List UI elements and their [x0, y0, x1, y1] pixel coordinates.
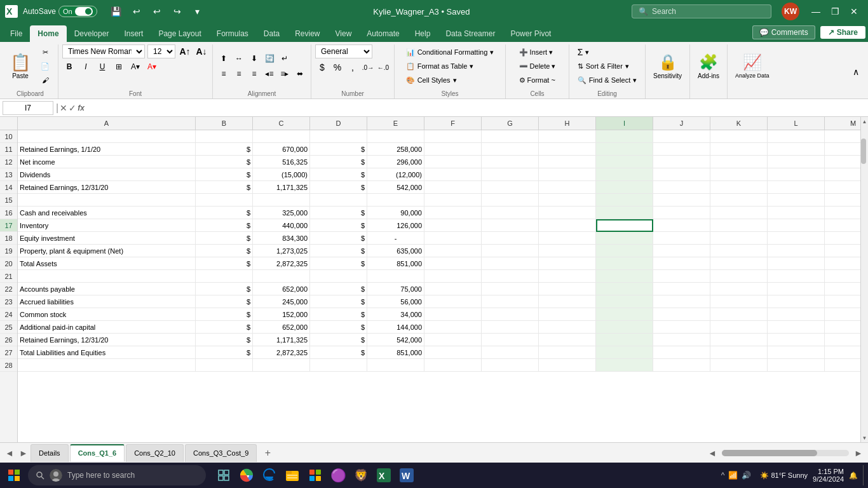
- cell-e10[interactable]: [367, 130, 424, 143]
- cell-g16[interactable]: [482, 207, 539, 219]
- row-num-28[interactable]: 28: [0, 359, 17, 372]
- cell-l11[interactable]: [768, 143, 825, 156]
- cell-e27[interactable]: 851,000: [367, 346, 424, 359]
- row-num-24[interactable]: 24: [0, 308, 17, 321]
- cell-e23[interactable]: 56,000: [367, 295, 424, 308]
- autosave-switch[interactable]: [75, 7, 93, 16]
- add-sheet-btn[interactable]: +: [261, 446, 275, 460]
- cell-b11[interactable]: $: [196, 143, 253, 156]
- col-header-h[interactable]: H: [539, 117, 596, 130]
- avatar[interactable]: KW: [782, 3, 799, 20]
- cell-d11[interactable]: $: [310, 143, 367, 156]
- cell-j27[interactable]: [653, 346, 710, 359]
- cell-i13[interactable]: [596, 168, 653, 181]
- cell-l22[interactable]: [768, 283, 825, 295]
- file-explorer-icon[interactable]: [282, 465, 302, 485]
- cell-l20[interactable]: [768, 257, 825, 270]
- cell-g22[interactable]: [482, 283, 539, 295]
- analyze-data-btn[interactable]: 📈 Analyze Data: [731, 44, 773, 88]
- cell-k19[interactable]: [710, 245, 768, 257]
- cell-a28[interactable]: [18, 359, 196, 372]
- col-header-b[interactable]: B: [196, 117, 253, 130]
- cell-d19[interactable]: $: [310, 245, 367, 257]
- cell-f11[interactable]: [424, 143, 482, 156]
- sheet-scroll-right[interactable]: ►: [851, 446, 865, 460]
- scroll-down-btn[interactable]: ▼: [861, 433, 869, 442]
- cell-a13[interactable]: Dividends: [18, 168, 196, 181]
- cell-a14[interactable]: Retained Earnings, 12/31/20: [18, 181, 196, 194]
- cell-f20[interactable]: [424, 257, 482, 270]
- cell-d20[interactable]: $: [310, 257, 367, 270]
- find-select-btn[interactable]: 🔍 Find & Select ▾: [574, 74, 641, 86]
- cell-g20[interactable]: [482, 257, 539, 270]
- cell-k27[interactable]: [710, 346, 768, 359]
- cell-c14[interactable]: 1,171,325: [253, 181, 310, 194]
- cell-m18[interactable]: [825, 232, 860, 245]
- col-header-m[interactable]: M: [825, 117, 860, 130]
- cell-j11[interactable]: [653, 143, 710, 156]
- cell-k18[interactable]: [710, 232, 768, 245]
- row-num-22[interactable]: 22: [0, 283, 17, 295]
- scroll-up-btn[interactable]: ▲: [861, 117, 869, 126]
- row-num-12[interactable]: 12: [0, 156, 17, 168]
- cell-k21[interactable]: [710, 270, 768, 283]
- col-header-k[interactable]: K: [710, 117, 768, 130]
- brave-icon[interactable]: 🦁: [351, 465, 371, 485]
- col-header-i[interactable]: I: [596, 117, 653, 130]
- cell-g11[interactable]: [482, 143, 539, 156]
- col-header-c[interactable]: C: [253, 117, 310, 130]
- cell-c28[interactable]: [253, 359, 310, 372]
- cell-c24[interactable]: 152,000: [253, 308, 310, 321]
- accounting-btn[interactable]: $: [315, 60, 329, 74]
- cell-j22[interactable]: [653, 283, 710, 295]
- cell-e17[interactable]: 126,000: [367, 219, 424, 232]
- cell-m20[interactable]: [825, 257, 860, 270]
- cancel-icon[interactable]: ✕: [60, 103, 67, 113]
- cell-g15[interactable]: [482, 194, 539, 207]
- cell-a17[interactable]: Inventory: [18, 219, 196, 232]
- row-num-18[interactable]: 18: [0, 232, 17, 245]
- cell-b13[interactable]: $: [196, 168, 253, 181]
- cell-i27[interactable]: [596, 346, 653, 359]
- align-left-btn[interactable]: ≡: [217, 67, 231, 81]
- cell-j20[interactable]: [653, 257, 710, 270]
- cell-j10[interactable]: [653, 130, 710, 143]
- cell-l16[interactable]: [768, 207, 825, 219]
- cell-b10[interactable]: [196, 130, 253, 143]
- cell-m14[interactable]: [825, 181, 860, 194]
- tab-automate[interactable]: Automate: [359, 25, 407, 42]
- cell-i15[interactable]: [596, 194, 653, 207]
- underline-button[interactable]: U: [95, 60, 109, 74]
- cell-j19[interactable]: [653, 245, 710, 257]
- scroll-thumb[interactable]: [861, 139, 866, 164]
- cell-j24[interactable]: [653, 308, 710, 321]
- font-size-select[interactable]: 12: [147, 44, 175, 58]
- cell-f24[interactable]: [424, 308, 482, 321]
- cell-j15[interactable]: [653, 194, 710, 207]
- cell-k17[interactable]: [710, 219, 768, 232]
- cell-l26[interactable]: [768, 334, 825, 346]
- cell-c23[interactable]: 245,000: [253, 295, 310, 308]
- decimal-increase-btn[interactable]: .0→: [361, 60, 375, 74]
- row-num-21[interactable]: 21: [0, 270, 17, 283]
- store-icon[interactable]: [305, 465, 325, 485]
- cell-b22[interactable]: $: [196, 283, 253, 295]
- cell-f22[interactable]: [424, 283, 482, 295]
- cell-l23[interactable]: [768, 295, 825, 308]
- cell-m21[interactable]: [825, 270, 860, 283]
- cell-b27[interactable]: $: [196, 346, 253, 359]
- sheet-nav-right[interactable]: ►: [17, 446, 31, 460]
- row-num-19[interactable]: 19: [0, 245, 17, 257]
- cell-k22[interactable]: [710, 283, 768, 295]
- cell-h27[interactable]: [539, 346, 596, 359]
- align-right-btn[interactable]: ≡: [247, 67, 261, 81]
- indent-increase-btn[interactable]: ≡▸: [278, 67, 292, 81]
- taskbar-search-box[interactable]: Type here to search: [28, 465, 206, 485]
- cell-c15[interactable]: [253, 194, 310, 207]
- cell-m25[interactable]: [825, 321, 860, 334]
- row-num-23[interactable]: 23: [0, 295, 17, 308]
- cell-c10[interactable]: [253, 130, 310, 143]
- cell-d22[interactable]: $: [310, 283, 367, 295]
- cell-f17[interactable]: [424, 219, 482, 232]
- customize-icon[interactable]: ▾: [189, 3, 207, 20]
